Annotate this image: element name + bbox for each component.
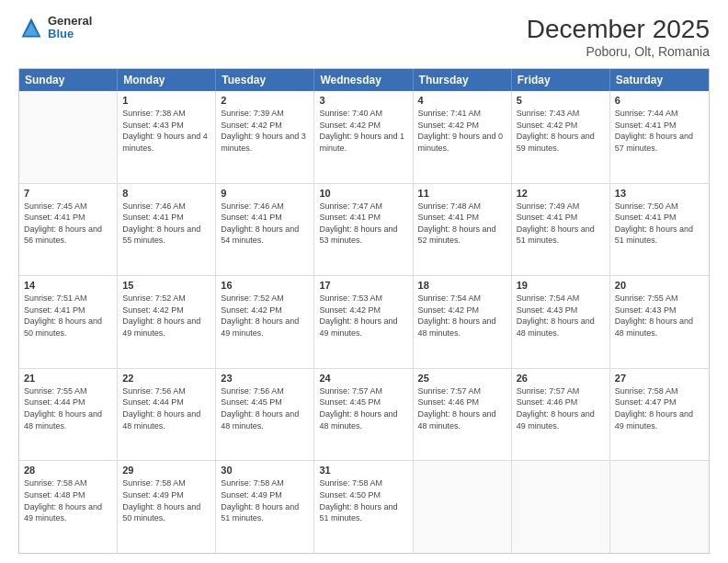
sunset-text: Sunset: 4:50 PM <box>319 489 407 501</box>
calendar-header-row: SundayMondayTuesdayWednesdayThursdayFrid… <box>19 69 709 91</box>
sunset-text: Sunset: 4:42 PM <box>418 304 506 316</box>
day-number: 4 <box>418 95 506 106</box>
daylight-text: Daylight: 9 hours and 0 minutes. <box>418 131 506 154</box>
sunset-text: Sunset: 4:49 PM <box>122 489 210 501</box>
sunrise-text: Sunrise: 7:48 AM <box>418 201 506 213</box>
sunset-text: Sunset: 4:42 PM <box>418 120 506 132</box>
calendar-cell: 20Sunrise: 7:55 AMSunset: 4:43 PMDayligh… <box>610 276 709 368</box>
sunrise-text: Sunrise: 7:47 AM <box>319 201 407 213</box>
day-number: 16 <box>221 280 309 291</box>
sunset-text: Sunset: 4:41 PM <box>319 212 407 224</box>
header-cell-monday: Monday <box>118 69 216 91</box>
day-number: 28 <box>24 465 112 476</box>
calendar-cell: 23Sunrise: 7:56 AMSunset: 4:45 PMDayligh… <box>216 369 314 461</box>
day-number: 25 <box>418 373 506 384</box>
calendar-subtitle: Poboru, Olt, Romania <box>527 44 710 59</box>
sunrise-text: Sunrise: 7:56 AM <box>122 385 210 397</box>
sunrise-text: Sunrise: 7:50 AM <box>615 201 704 213</box>
day-number: 23 <box>221 373 309 384</box>
calendar-cell: 2Sunrise: 7:39 AMSunset: 4:42 PMDaylight… <box>216 91 314 183</box>
calendar-body: 1Sunrise: 7:38 AMSunset: 4:43 PMDaylight… <box>19 91 709 553</box>
daylight-text: Daylight: 9 hours and 3 minutes. <box>221 131 309 154</box>
calendar-row-5: 28Sunrise: 7:58 AMSunset: 4:48 PMDayligh… <box>19 461 709 553</box>
day-number: 29 <box>122 465 210 476</box>
sunrise-text: Sunrise: 7:45 AM <box>24 201 112 213</box>
calendar-cell <box>512 461 610 553</box>
logo-text: General Blue <box>48 15 92 41</box>
sunset-text: Sunset: 4:42 PM <box>517 120 605 132</box>
daylight-text: Daylight: 8 hours and 50 minutes. <box>122 501 210 524</box>
sunrise-text: Sunrise: 7:41 AM <box>418 108 506 120</box>
daylight-text: Daylight: 8 hours and 49 minutes. <box>24 501 112 524</box>
daylight-text: Daylight: 8 hours and 51 minutes. <box>319 501 407 524</box>
sunset-text: Sunset: 4:42 PM <box>221 304 309 316</box>
daylight-text: Daylight: 8 hours and 49 minutes. <box>319 316 407 339</box>
daylight-text: Daylight: 8 hours and 48 minutes. <box>24 408 112 431</box>
sunset-text: Sunset: 4:42 PM <box>122 304 210 316</box>
sunrise-text: Sunrise: 7:53 AM <box>319 293 407 304</box>
calendar-cell: 28Sunrise: 7:58 AMSunset: 4:48 PMDayligh… <box>19 461 118 553</box>
sunset-text: Sunset: 4:43 PM <box>122 120 210 132</box>
page: General Blue December 2025 Poboru, Olt, … <box>0 0 728 563</box>
sunrise-text: Sunrise: 7:52 AM <box>221 293 309 304</box>
sunset-text: Sunset: 4:41 PM <box>418 212 506 224</box>
sunrise-text: Sunrise: 7:55 AM <box>24 385 112 397</box>
day-number: 6 <box>615 95 704 106</box>
calendar-cell: 22Sunrise: 7:56 AMSunset: 4:44 PMDayligh… <box>118 369 216 461</box>
day-number: 18 <box>418 280 506 291</box>
sunset-text: Sunset: 4:45 PM <box>221 396 309 408</box>
calendar-cell: 9Sunrise: 7:46 AMSunset: 4:41 PMDaylight… <box>216 184 314 276</box>
sunset-text: Sunset: 4:49 PM <box>221 489 309 501</box>
day-number: 1 <box>122 95 210 106</box>
calendar-cell <box>19 91 118 183</box>
sunrise-text: Sunrise: 7:58 AM <box>319 477 407 489</box>
day-number: 13 <box>615 188 704 199</box>
day-number: 14 <box>24 280 112 291</box>
sunset-text: Sunset: 4:47 PM <box>615 396 704 408</box>
calendar-cell: 1Sunrise: 7:38 AMSunset: 4:43 PMDaylight… <box>118 91 216 183</box>
day-number: 27 <box>615 373 704 384</box>
daylight-text: Daylight: 8 hours and 48 minutes. <box>418 408 506 431</box>
header-cell-tuesday: Tuesday <box>216 69 314 91</box>
calendar-cell: 4Sunrise: 7:41 AMSunset: 4:42 PMDaylight… <box>414 91 512 183</box>
sunrise-text: Sunrise: 7:43 AM <box>517 108 605 120</box>
sunrise-text: Sunrise: 7:57 AM <box>319 385 407 397</box>
header-cell-thursday: Thursday <box>414 69 512 91</box>
calendar-row-1: 1Sunrise: 7:38 AMSunset: 4:43 PMDaylight… <box>19 91 709 184</box>
sunrise-text: Sunrise: 7:44 AM <box>615 108 704 120</box>
calendar-cell: 10Sunrise: 7:47 AMSunset: 4:41 PMDayligh… <box>314 184 413 276</box>
calendar-cell: 3Sunrise: 7:40 AMSunset: 4:42 PMDaylight… <box>314 91 413 183</box>
daylight-text: Daylight: 8 hours and 48 minutes. <box>122 408 210 431</box>
header-cell-wednesday: Wednesday <box>314 69 413 91</box>
logo-general-text: General <box>48 15 92 28</box>
daylight-text: Daylight: 8 hours and 57 minutes. <box>615 131 704 154</box>
daylight-text: Daylight: 8 hours and 48 minutes. <box>418 316 506 339</box>
header-cell-friday: Friday <box>512 69 610 91</box>
day-number: 22 <box>122 373 210 384</box>
daylight-text: Daylight: 8 hours and 56 minutes. <box>24 224 112 247</box>
title-block: December 2025 Poboru, Olt, Romania <box>527 15 710 59</box>
calendar-cell: 15Sunrise: 7:52 AMSunset: 4:42 PMDayligh… <box>118 276 216 368</box>
daylight-text: Daylight: 8 hours and 48 minutes. <box>319 408 407 431</box>
day-number: 19 <box>517 280 605 291</box>
day-number: 8 <box>122 188 210 199</box>
day-number: 7 <box>24 188 112 199</box>
day-number: 17 <box>319 280 407 291</box>
day-number: 11 <box>418 188 506 199</box>
sunset-text: Sunset: 4:43 PM <box>517 304 605 316</box>
day-number: 2 <box>221 95 309 106</box>
sunrise-text: Sunrise: 7:49 AM <box>517 201 605 213</box>
calendar: SundayMondayTuesdayWednesdayThursdayFrid… <box>18 68 710 554</box>
sunset-text: Sunset: 4:41 PM <box>615 120 704 132</box>
sunrise-text: Sunrise: 7:38 AM <box>122 108 210 120</box>
calendar-cell: 17Sunrise: 7:53 AMSunset: 4:42 PMDayligh… <box>314 276 413 368</box>
day-number: 10 <box>319 188 407 199</box>
sunrise-text: Sunrise: 7:57 AM <box>418 385 506 397</box>
calendar-row-3: 14Sunrise: 7:51 AMSunset: 4:41 PMDayligh… <box>19 276 709 369</box>
sunrise-text: Sunrise: 7:40 AM <box>319 108 407 120</box>
sunrise-text: Sunrise: 7:54 AM <box>418 293 506 304</box>
sunrise-text: Sunrise: 7:39 AM <box>221 108 309 120</box>
sunset-text: Sunset: 4:45 PM <box>319 396 407 408</box>
daylight-text: Daylight: 8 hours and 55 minutes. <box>122 224 210 247</box>
calendar-cell: 8Sunrise: 7:46 AMSunset: 4:41 PMDaylight… <box>118 184 216 276</box>
